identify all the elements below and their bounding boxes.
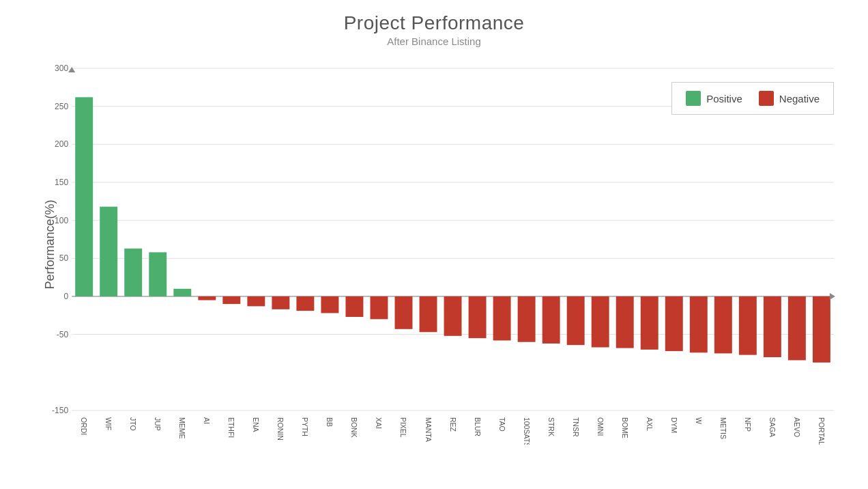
chart-area: 300250200150100500-50-150ORDIWIFJTOJUPME…	[44, 61, 848, 445]
svg-text:100: 100	[55, 216, 68, 225]
svg-text:300: 300	[55, 64, 68, 73]
positive-label: Positive	[706, 93, 742, 104]
svg-text:200: 200	[55, 139, 68, 149]
negative-label: Negative	[779, 93, 820, 104]
svg-marker-81	[830, 293, 835, 300]
svg-rect-37	[296, 296, 314, 311]
svg-text:50: 50	[59, 253, 69, 263]
svg-text:WIF: WIF	[104, 417, 113, 430]
svg-text:REZ: REZ	[449, 417, 457, 432]
svg-rect-43	[371, 296, 388, 319]
svg-text:0: 0	[63, 292, 68, 301]
svg-rect-69	[690, 296, 708, 352]
svg-text:XAI: XAI	[375, 417, 383, 429]
svg-text:DYM: DYM	[670, 417, 678, 433]
svg-rect-71	[714, 296, 732, 353]
svg-text:RONIN: RONIN	[276, 417, 285, 441]
legend-negative: Negative	[759, 91, 820, 106]
svg-text:-150: -150	[52, 406, 68, 415]
svg-rect-39	[321, 296, 338, 313]
svg-text:TAO: TAO	[498, 417, 506, 432]
svg-text:W: W	[695, 417, 703, 424]
svg-text:150: 150	[55, 178, 68, 187]
legend-positive: Positive	[686, 91, 742, 106]
negative-color-box	[759, 91, 774, 106]
positive-color-box	[686, 91, 701, 106]
chart-title: Project Performance	[0, 0, 868, 34]
bar-chart-svg: 300250200150100500-50-150ORDIWIFJTOJUPME…	[44, 61, 848, 445]
svg-rect-75	[764, 296, 781, 357]
svg-rect-35	[272, 296, 289, 309]
svg-text:ENA: ENA	[252, 417, 260, 432]
svg-text:JUP: JUP	[154, 417, 162, 431]
svg-text:-50: -50	[57, 330, 69, 339]
svg-text:SAGA: SAGA	[768, 417, 777, 437]
svg-rect-79	[813, 296, 830, 363]
svg-rect-61	[592, 296, 609, 348]
svg-rect-45	[395, 296, 413, 329]
svg-marker-82	[68, 67, 75, 72]
legend: Positive Negative	[671, 82, 834, 115]
svg-rect-53	[493, 296, 511, 341]
svg-text:MEME: MEME	[178, 417, 186, 439]
svg-rect-29	[198, 296, 216, 301]
svg-rect-57	[542, 296, 560, 344]
svg-text:AEVO: AEVO	[793, 417, 801, 437]
svg-text:PIXEL: PIXEL	[399, 417, 407, 438]
svg-rect-49	[444, 296, 462, 336]
svg-text:OMNI: OMNI	[596, 417, 605, 436]
svg-text:NFP: NFP	[744, 417, 752, 432]
svg-text:BB: BB	[326, 417, 334, 427]
svg-text:100SATS: 100SATS	[523, 417, 531, 445]
svg-text:AI: AI	[203, 417, 211, 424]
svg-rect-47	[420, 296, 437, 332]
svg-rect-63	[616, 296, 634, 348]
svg-text:PORTAL: PORTAL	[818, 417, 826, 445]
svg-rect-21	[100, 207, 117, 296]
svg-text:MANTA: MANTA	[424, 417, 432, 442]
svg-rect-67	[665, 296, 683, 351]
svg-rect-55	[518, 296, 536, 342]
chart-subtitle: After Binance Listing	[0, 36, 868, 47]
svg-rect-23	[124, 249, 142, 296]
svg-rect-77	[788, 296, 806, 360]
svg-rect-27	[173, 289, 191, 296]
svg-text:250: 250	[55, 102, 68, 111]
svg-rect-19	[75, 97, 93, 296]
svg-rect-31	[222, 296, 240, 304]
svg-rect-73	[739, 296, 757, 355]
svg-text:ORDI: ORDI	[80, 417, 88, 435]
svg-text:ETHFI: ETHFI	[227, 417, 235, 438]
svg-text:TNSR: TNSR	[572, 417, 580, 437]
svg-rect-65	[641, 296, 659, 350]
svg-rect-25	[149, 252, 167, 296]
svg-text:STRK: STRK	[547, 417, 555, 436]
svg-text:JTO: JTO	[129, 417, 137, 431]
svg-text:BONK: BONK	[350, 417, 358, 438]
svg-text:METIS: METIS	[719, 417, 727, 439]
svg-text:BOME: BOME	[621, 417, 629, 438]
svg-text:BLUR: BLUR	[474, 417, 482, 436]
svg-rect-59	[567, 296, 585, 345]
svg-rect-51	[469, 296, 487, 338]
svg-rect-41	[345, 296, 363, 317]
svg-text:PYTH: PYTH	[301, 417, 309, 436]
svg-text:AXL: AXL	[646, 417, 654, 431]
chart-container: Project Performance After Binance Listin…	[0, 0, 868, 489]
svg-rect-33	[247, 296, 265, 306]
